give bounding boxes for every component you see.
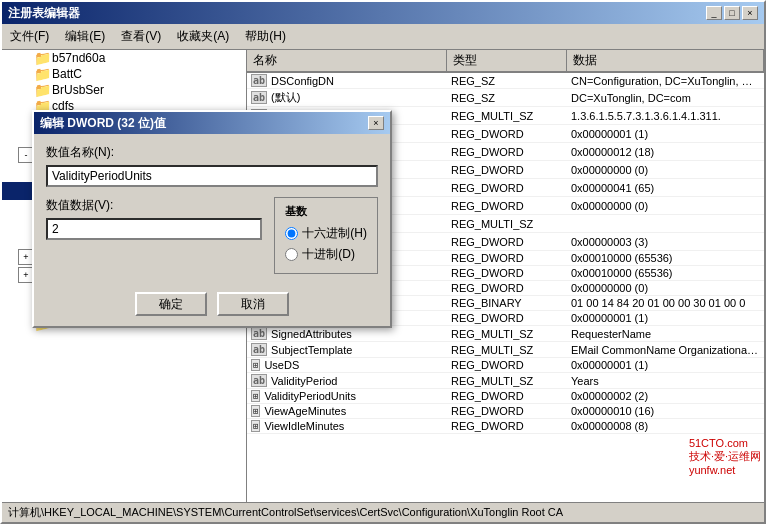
- menu-favorites[interactable]: 收藏夹(A): [169, 26, 237, 47]
- dialog-title-text: 编辑 DWORD (32 位)值: [40, 115, 166, 132]
- minimize-button[interactable]: _: [706, 6, 722, 20]
- menu-file[interactable]: 文件(F): [2, 26, 57, 47]
- maximize-button[interactable]: □: [724, 6, 740, 20]
- main-content: 📁b57nd60a📁BattC📁BrUsbSer📁cdfs📁cdrom📁Cert…: [2, 50, 764, 502]
- dialog-row: 数值数据(V): 基数 十六进制(H) 十进制(D): [46, 197, 378, 274]
- menu-edit[interactable]: 编辑(E): [57, 26, 113, 47]
- dialog-data-input[interactable]: [46, 218, 262, 240]
- dialog-data-label: 数值数据(V):: [46, 197, 262, 214]
- dialog-value-section: 数值数据(V):: [46, 197, 262, 250]
- dialog-buttons: 确定 取消: [46, 284, 378, 316]
- dialog-base-section: 基数 十六进制(H) 十进制(D): [274, 197, 378, 274]
- dialog-cancel-button[interactable]: 取消: [217, 292, 289, 316]
- title-bar: 注册表编辑器 _ □ ×: [2, 2, 764, 24]
- dialog-base-title: 基数: [285, 204, 367, 219]
- main-window: 注册表编辑器 _ □ × 文件(F) 编辑(E) 查看(V) 收藏夹(A) 帮助…: [0, 0, 766, 524]
- close-button[interactable]: ×: [742, 6, 758, 20]
- dialog-hex-radio-label[interactable]: 十六进制(H): [285, 225, 367, 242]
- dialog-ok-button[interactable]: 确定: [135, 292, 207, 316]
- menu-help[interactable]: 帮助(H): [237, 26, 294, 47]
- status-text: 计算机\HKEY_LOCAL_MACHINE\SYSTEM\CurrentCon…: [8, 505, 563, 520]
- dialog-hex-label: 十六进制(H): [302, 225, 367, 242]
- dialog-dec-label: 十进制(D): [302, 246, 355, 263]
- dialog-name-input[interactable]: [46, 165, 378, 187]
- dialog-name-label: 数值名称(N):: [46, 144, 378, 161]
- window-title: 注册表编辑器: [8, 5, 80, 22]
- dialog-dec-radio[interactable]: [285, 248, 298, 261]
- menu-view[interactable]: 查看(V): [113, 26, 169, 47]
- dialog-dec-radio-label[interactable]: 十进制(D): [285, 246, 367, 263]
- dialog-hex-radio[interactable]: [285, 227, 298, 240]
- dialog-title-bar: 编辑 DWORD (32 位)值 ×: [34, 112, 390, 134]
- dialog-overlay: 编辑 DWORD (32 位)值 × 数值名称(N): 数值数据(V): 基数: [2, 50, 764, 502]
- window-controls: _ □ ×: [706, 6, 758, 20]
- edit-dword-dialog: 编辑 DWORD (32 位)值 × 数值名称(N): 数值数据(V): 基数: [32, 110, 392, 328]
- menu-bar: 文件(F) 编辑(E) 查看(V) 收藏夹(A) 帮助(H): [2, 24, 764, 50]
- dialog-close-button[interactable]: ×: [368, 116, 384, 130]
- status-bar: 计算机\HKEY_LOCAL_MACHINE\SYSTEM\CurrentCon…: [2, 502, 764, 522]
- dialog-body: 数值名称(N): 数值数据(V): 基数 十六进制(H): [34, 134, 390, 326]
